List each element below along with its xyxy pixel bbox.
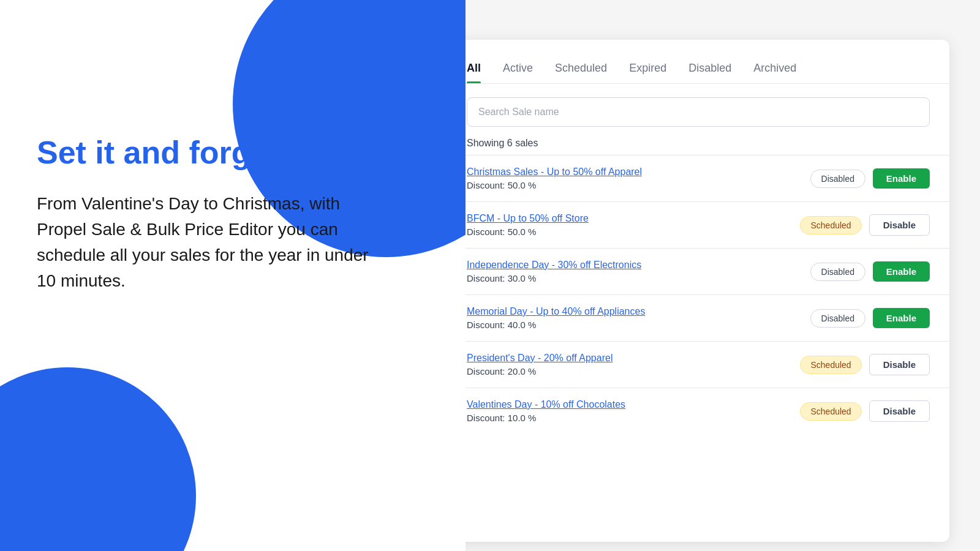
headline: Set it and forget it <box>37 135 380 171</box>
disable-button[interactable]: Disable <box>869 214 930 236</box>
status-badge: Disabled <box>810 263 865 281</box>
blue-arc-bottom-decoration <box>0 367 196 551</box>
tab-expired[interactable]: Expired <box>629 62 666 83</box>
tab-scheduled[interactable]: Scheduled <box>555 62 607 83</box>
sale-name[interactable]: Independence Day - 30% off Electronics <box>467 260 810 271</box>
sale-discount: Discount: 50.0 % <box>467 180 810 190</box>
sale-actions: DisabledEnable <box>810 168 930 189</box>
table-row: Memorial Day - Up to 40% off AppliancesD… <box>447 294 949 341</box>
body-text: From Valentine's Day to Christmas, with … <box>37 191 380 294</box>
sale-info: Memorial Day - Up to 40% off AppliancesD… <box>467 306 810 330</box>
sale-discount: Discount: 40.0 % <box>467 320 810 330</box>
sale-info: President's Day - 20% off ApparelDiscoun… <box>467 353 800 377</box>
sale-discount: Discount: 10.0 % <box>467 413 800 423</box>
right-panel: All Active Scheduled Expired Disabled Ar… <box>466 0 980 551</box>
disable-button[interactable]: Disable <box>869 354 930 375</box>
search-input[interactable]: Search Sale name <box>467 97 930 127</box>
enable-button[interactable]: Enable <box>873 168 930 189</box>
tab-archived[interactable]: Archived <box>753 62 796 83</box>
tab-active[interactable]: Active <box>503 62 533 83</box>
status-badge: Scheduled <box>800 356 861 374</box>
sale-info: BFCM - Up to 50% off StoreDiscount: 50.0… <box>467 213 800 237</box>
sale-name[interactable]: Christmas Sales - Up to 50% off Apparel <box>467 167 810 178</box>
tabs-container: All Active Scheduled Expired Disabled Ar… <box>447 40 949 84</box>
enable-button[interactable]: Enable <box>873 261 930 282</box>
sale-discount: Discount: 20.0 % <box>467 366 800 377</box>
disable-button[interactable]: Disable <box>869 400 930 422</box>
left-content: Set it and forget it From Valentine's Da… <box>37 135 380 294</box>
table-row: Independence Day - 30% off ElectronicsDi… <box>447 248 949 294</box>
sale-actions: ScheduledDisable <box>800 354 930 375</box>
enable-button[interactable]: Enable <box>873 308 930 328</box>
sale-name[interactable]: President's Day - 20% off Apparel <box>467 353 800 364</box>
status-badge: Disabled <box>810 309 865 328</box>
left-panel: Set it and forget it From Valentine's Da… <box>0 0 466 551</box>
showing-count: Showing 6 sales <box>467 138 930 149</box>
sale-name[interactable]: Memorial Day - Up to 40% off Appliances <box>467 306 810 317</box>
sale-actions: DisabledEnable <box>810 308 930 328</box>
sale-info: Christmas Sales - Up to 50% off ApparelD… <box>467 167 810 190</box>
table-row: Christmas Sales - Up to 50% off ApparelD… <box>447 155 949 201</box>
status-badge: Scheduled <box>800 402 861 421</box>
status-badge: Scheduled <box>800 216 861 234</box>
tab-disabled[interactable]: Disabled <box>688 62 731 83</box>
sale-discount: Discount: 30.0 % <box>467 273 810 283</box>
sales-list: Christmas Sales - Up to 50% off ApparelD… <box>447 155 949 434</box>
sale-info: Valentines Day - 10% off ChocolatesDisco… <box>467 399 800 423</box>
sale-actions: DisabledEnable <box>810 261 930 282</box>
sale-discount: Discount: 50.0 % <box>467 227 800 237</box>
status-badge: Disabled <box>810 170 865 188</box>
sale-info: Independence Day - 30% off ElectronicsDi… <box>467 260 810 283</box>
sale-name[interactable]: BFCM - Up to 50% off Store <box>467 213 800 224</box>
sales-card: All Active Scheduled Expired Disabled Ar… <box>447 40 949 542</box>
sale-actions: ScheduledDisable <box>800 400 930 422</box>
table-row: BFCM - Up to 50% off StoreDiscount: 50.0… <box>447 201 949 248</box>
sale-actions: ScheduledDisable <box>800 214 930 236</box>
table-row: President's Day - 20% off ApparelDiscoun… <box>447 341 949 388</box>
tab-all[interactable]: All <box>467 62 481 83</box>
sale-name[interactable]: Valentines Day - 10% off Chocolates <box>467 399 800 410</box>
table-row: Valentines Day - 10% off ChocolatesDisco… <box>447 388 949 434</box>
